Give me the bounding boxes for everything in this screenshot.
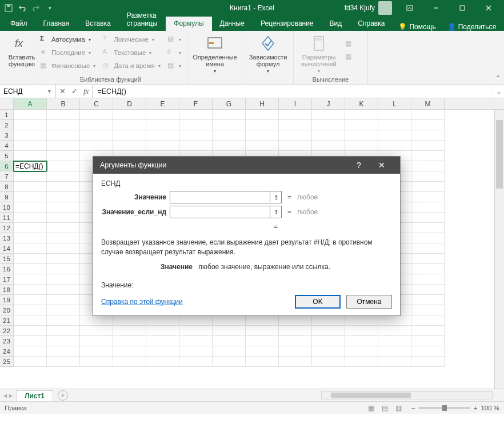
cell-D4[interactable]: [113, 141, 146, 151]
dialog-help-button[interactable]: ?: [347, 157, 370, 174]
cell-A19[interactable]: [14, 295, 47, 305]
tab-review[interactable]: Рецензирование: [253, 17, 322, 31]
column-header-A[interactable]: A: [14, 98, 47, 109]
row-header-15[interactable]: 15: [0, 254, 14, 264]
cell-M25[interactable]: [411, 357, 445, 367]
column-header-F[interactable]: F: [179, 98, 213, 109]
cell-A7[interactable]: [14, 171, 47, 182]
chevron-down-icon[interactable]: ▼: [47, 89, 52, 94]
cell-B4[interactable]: [47, 141, 80, 151]
cell-F23[interactable]: [179, 336, 213, 346]
cell-J24[interactable]: [312, 346, 345, 357]
row-header-14[interactable]: 14: [0, 243, 14, 254]
cell-E3[interactable]: [146, 130, 179, 141]
cell-A25[interactable]: [14, 357, 47, 367]
row-header-9[interactable]: 9: [0, 192, 14, 202]
tab-home[interactable]: Главная: [35, 17, 78, 31]
cell-H4[interactable]: [246, 141, 279, 151]
zoom-in-button[interactable]: +: [474, 405, 478, 411]
row-header-17[interactable]: 17: [0, 274, 14, 285]
zoom-out-button[interactable]: −: [411, 405, 415, 411]
tab-view[interactable]: Вид: [322, 17, 350, 31]
cell-A18[interactable]: [14, 285, 47, 295]
cell-B17[interactable]: [47, 274, 80, 285]
add-sheet-button[interactable]: +: [58, 390, 68, 401]
sheet-nav-next-icon[interactable]: ▸: [9, 391, 13, 399]
cell-A20[interactable]: [14, 305, 47, 315]
cell-K23[interactable]: [345, 336, 378, 346]
cell-L22[interactable]: [378, 326, 411, 336]
cell-A23[interactable]: [14, 336, 47, 346]
cell-F24[interactable]: [179, 346, 213, 357]
cell-L3[interactable]: [378, 130, 411, 141]
row-header-16[interactable]: 16: [0, 264, 14, 274]
cell-I25[interactable]: [279, 357, 312, 367]
cell-B24[interactable]: [47, 346, 80, 357]
financial-button[interactable]: ▦Финансовые▾: [38, 59, 98, 72]
row-header-4[interactable]: 4: [0, 141, 14, 151]
row-header-24[interactable]: 24: [0, 346, 14, 357]
cell-C24[interactable]: [80, 346, 113, 357]
math-button[interactable]: θ▾: [165, 46, 183, 59]
cell-G4[interactable]: [213, 141, 246, 151]
cell-F21[interactable]: [179, 315, 213, 326]
cell-K4[interactable]: [345, 141, 378, 151]
arg1-range-selector-icon[interactable]: ↥: [270, 191, 282, 203]
cell-M7[interactable]: [411, 171, 445, 182]
cell-B19[interactable]: [47, 295, 80, 305]
row-header-19[interactable]: 19: [0, 295, 14, 305]
cell-M1[interactable]: [411, 110, 445, 120]
select-all-corner[interactable]: [0, 98, 14, 109]
column-header-K[interactable]: K: [345, 98, 378, 109]
cell-B15[interactable]: [47, 254, 80, 264]
expand-formula-bar-icon[interactable]: ⌄: [493, 85, 504, 98]
cell-M12[interactable]: [411, 223, 445, 233]
cell-D25[interactable]: [113, 357, 146, 367]
function-help-link[interactable]: Справка по этой функции: [101, 298, 183, 306]
cell-B9[interactable]: [47, 192, 80, 202]
page-break-view-icon[interactable]: ▥: [392, 402, 406, 414]
cell-G23[interactable]: [213, 336, 246, 346]
cell-M24[interactable]: [411, 346, 445, 357]
cell-I4[interactable]: [279, 141, 312, 151]
cell-M8[interactable]: [411, 182, 445, 192]
undo-icon[interactable]: [16, 2, 29, 14]
column-header-M[interactable]: M: [411, 98, 445, 109]
collapse-ribbon-icon[interactable]: ⌃: [495, 74, 501, 82]
cell-C25[interactable]: [80, 357, 113, 367]
cell-A11[interactable]: [14, 213, 47, 223]
cell-I3[interactable]: [279, 130, 312, 141]
column-header-L[interactable]: L: [378, 98, 411, 109]
cell-M10[interactable]: [411, 202, 445, 213]
column-header-D[interactable]: D: [113, 98, 146, 109]
cell-A15[interactable]: [14, 254, 47, 264]
qat-customize-icon[interactable]: ▾: [43, 2, 56, 14]
cell-K3[interactable]: [345, 130, 378, 141]
defined-names-button[interactable]: Определенные имена ▾: [191, 33, 239, 75]
datetime-button[interactable]: ◷Дата и время▾: [100, 59, 162, 72]
calc-sheet-button[interactable]: ▦: [343, 51, 357, 63]
tab-insert[interactable]: Вставка: [77, 17, 119, 31]
row-header-5[interactable]: 5: [0, 151, 14, 161]
cell-B11[interactable]: [47, 213, 80, 223]
row-header-22[interactable]: 22: [0, 326, 14, 336]
cell-J1[interactable]: [312, 110, 345, 120]
cell-L2[interactable]: [378, 120, 411, 130]
cell-A12[interactable]: [14, 223, 47, 233]
cell-H21[interactable]: [246, 315, 279, 326]
cell-A14[interactable]: [14, 243, 47, 254]
cell-M16[interactable]: [411, 264, 445, 274]
cell-J22[interactable]: [312, 326, 345, 336]
cell-J3[interactable]: [312, 130, 345, 141]
cell-M22[interactable]: [411, 326, 445, 336]
row-header-2[interactable]: 2: [0, 120, 14, 130]
close-button[interactable]: [475, 0, 502, 16]
row-header-1[interactable]: 1: [0, 110, 14, 120]
cell-I22[interactable]: [279, 326, 312, 336]
cell-D3[interactable]: [113, 130, 146, 141]
zoom-slider[interactable]: [419, 407, 470, 409]
row-header-6[interactable]: 6: [0, 161, 14, 171]
zoom-level[interactable]: 100 %: [481, 405, 499, 411]
formula-input[interactable]: =ЕСНД(): [93, 85, 493, 98]
cancel-formula-icon[interactable]: ✕: [59, 87, 66, 95]
